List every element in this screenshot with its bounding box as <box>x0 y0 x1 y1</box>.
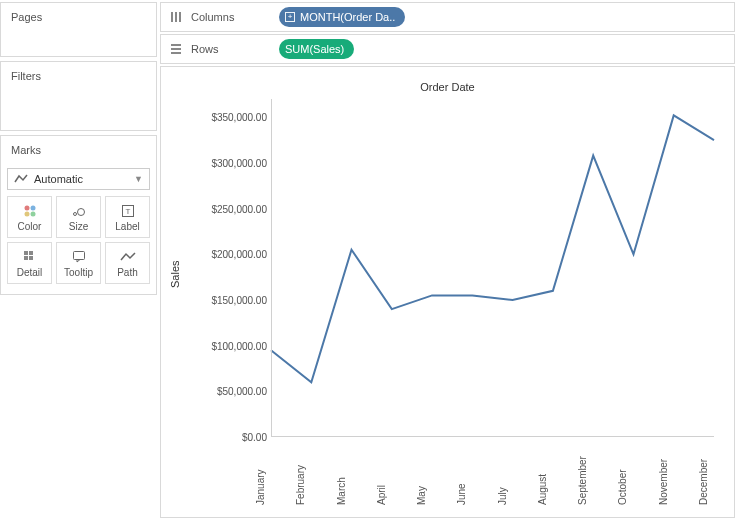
svg-rect-9 <box>29 251 33 255</box>
x-tick-label: February <box>295 465 306 505</box>
columns-pill-label: MONTH(Order Da.. <box>300 11 395 23</box>
svg-rect-13 <box>171 12 173 22</box>
mark-button-label: Label <box>115 221 139 232</box>
x-tick-label: November <box>657 459 668 505</box>
detail-icon <box>23 249 37 265</box>
y-ticks: $0.00$50,000.00$100,000.00$150,000.00$20… <box>187 99 267 437</box>
rows-shelf[interactable]: Rows SUM(Sales) <box>160 34 735 64</box>
label-icon: T <box>121 203 135 219</box>
mark-button-label: Color <box>18 221 42 232</box>
chart-body: Sales $0.00$50,000.00$100,000.00$150,000… <box>171 99 724 507</box>
svg-point-5 <box>77 208 84 215</box>
y-tick-label: $350,000.00 <box>187 112 267 123</box>
svg-point-2 <box>24 211 29 216</box>
svg-rect-12 <box>73 251 84 259</box>
y-tick-label: $200,000.00 <box>187 249 267 260</box>
columns-shelf[interactable]: Columns + MONTH(Order Da.. <box>160 2 735 32</box>
svg-rect-10 <box>24 256 28 260</box>
x-tick-label: June <box>456 483 467 505</box>
columns-pill[interactable]: + MONTH(Order Da.. <box>279 7 405 27</box>
caret-down-icon: ▼ <box>134 174 143 184</box>
svg-rect-8 <box>24 251 28 255</box>
mark-button-detail[interactable]: Detail <box>7 242 52 284</box>
x-tick-label: January <box>255 469 266 505</box>
x-ticks: JanuaryFebruaryMarchAprilMayJuneJulyAugu… <box>271 437 714 507</box>
filters-label: Filters <box>1 62 156 90</box>
rows-icon <box>169 43 183 55</box>
rows-pill-label: SUM(Sales) <box>285 43 344 55</box>
columns-icon <box>169 11 183 23</box>
plot-area <box>271 99 714 437</box>
x-tick-label: April <box>375 485 386 505</box>
mark-button-label: Tooltip <box>64 267 93 278</box>
expand-icon: + <box>285 12 295 22</box>
marks-label: Marks <box>1 136 156 164</box>
mark-type-dropdown[interactable]: Automatic ▼ <box>7 168 150 190</box>
y-tick-label: $300,000.00 <box>187 157 267 168</box>
mark-button-tooltip[interactable]: Tooltip <box>56 242 101 284</box>
y-tick-label: $150,000.00 <box>187 294 267 305</box>
svg-point-1 <box>30 205 35 210</box>
x-tick-label: October <box>617 469 628 505</box>
y-tick-label: $0.00 <box>187 432 267 443</box>
x-tick-label: September <box>577 456 588 505</box>
svg-point-3 <box>30 211 35 216</box>
mark-button-color[interactable]: Color <box>7 196 52 238</box>
mark-type-label: Automatic <box>34 173 134 185</box>
svg-rect-11 <box>29 256 33 260</box>
y-tick-label: $100,000.00 <box>187 340 267 351</box>
x-tick-label: March <box>335 477 346 505</box>
y-axis-line <box>271 99 272 437</box>
tooltip-icon <box>72 249 86 265</box>
line-chart <box>271 99 714 437</box>
marks-panel: Marks Automatic ▼ ColorSizeTLabelDetailT… <box>0 135 157 295</box>
svg-rect-14 <box>175 12 177 22</box>
mark-button-size[interactable]: Size <box>56 196 101 238</box>
filters-panel: Filters <box>0 61 157 131</box>
svg-rect-15 <box>179 12 181 22</box>
pages-label: Pages <box>1 3 156 31</box>
y-tick-label: $50,000.00 <box>187 386 267 397</box>
path-icon <box>120 249 136 265</box>
svg-text:T: T <box>125 207 130 216</box>
svg-rect-18 <box>171 52 181 54</box>
x-tick-label: August <box>536 474 547 505</box>
mark-button-label: Size <box>69 221 88 232</box>
svg-point-0 <box>24 205 29 210</box>
y-axis-label: Sales <box>169 260 181 288</box>
x-tick-label: July <box>496 487 507 505</box>
rows-label: Rows <box>191 43 271 55</box>
color-icon <box>23 203 37 219</box>
line-mark-icon <box>14 173 28 185</box>
mark-button-label: Path <box>117 267 138 278</box>
rows-pill[interactable]: SUM(Sales) <box>279 39 354 59</box>
mark-button-label[interactable]: TLabel <box>105 196 150 238</box>
y-tick-label: $250,000.00 <box>187 203 267 214</box>
svg-point-4 <box>73 212 76 215</box>
x-tick-label: May <box>416 486 427 505</box>
chart-title: Order Date <box>171 81 724 93</box>
svg-rect-17 <box>171 48 181 50</box>
size-icon <box>71 203 87 219</box>
chart-panel: Order Date Sales $0.00$50,000.00$100,000… <box>160 66 735 518</box>
mark-button-label: Detail <box>17 267 43 278</box>
mark-button-path[interactable]: Path <box>105 242 150 284</box>
pages-panel: Pages <box>0 2 157 57</box>
columns-label: Columns <box>191 11 271 23</box>
x-tick-label: December <box>698 459 709 505</box>
svg-rect-16 <box>171 44 181 46</box>
